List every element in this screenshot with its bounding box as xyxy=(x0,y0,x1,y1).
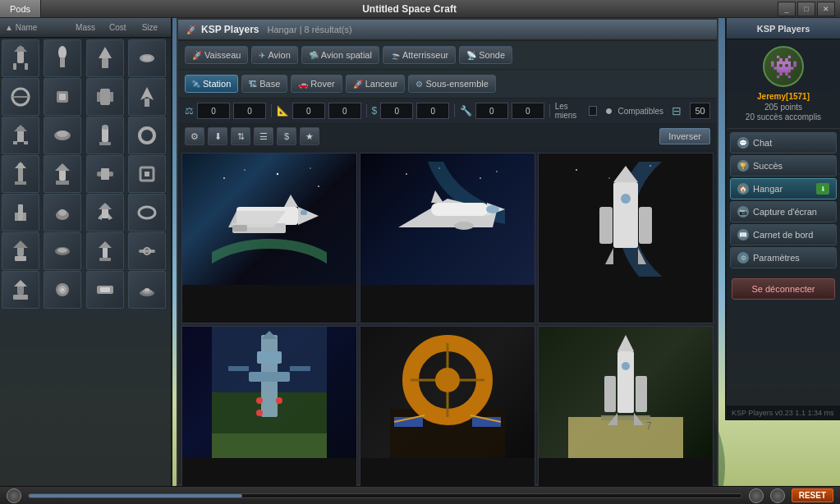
reset-button[interactable]: RESET xyxy=(792,488,833,502)
craft-card-6[interactable]: 7 xyxy=(538,326,714,497)
maximize-btn[interactable]: □ xyxy=(797,2,815,16)
part-cell[interactable] xyxy=(44,155,81,193)
cost-max-input[interactable] xyxy=(416,103,449,119)
part-cell[interactable] xyxy=(128,117,166,154)
part-cell[interactable] xyxy=(128,155,166,193)
col-name: ▲ Name xyxy=(5,23,69,32)
part-cell[interactable] xyxy=(44,39,81,77)
cat-btn-atterrisseur[interactable]: 🛬 Atterrisseur xyxy=(383,46,456,64)
svg-rect-100 xyxy=(599,207,613,244)
cat-btn-base[interactable]: 🏗 Base xyxy=(241,75,287,93)
cat-btn-avion[interactable]: ✈ Avion xyxy=(251,46,297,64)
craft-card-4[interactable] xyxy=(181,326,357,497)
part-cell[interactable] xyxy=(86,271,124,309)
part-cell[interactable] xyxy=(44,271,81,309)
part-cell[interactable] xyxy=(86,194,124,231)
mass-max-input[interactable] xyxy=(233,103,266,119)
menu-item-carnet[interactable]: 📖 Carnet de bord xyxy=(730,224,837,245)
tool-sort-btn[interactable]: ⇅ xyxy=(231,127,250,145)
part-cell[interactable] xyxy=(2,194,39,231)
svg-point-74 xyxy=(318,186,319,187)
part-cell[interactable] xyxy=(86,117,124,154)
cat-btn-station[interactable]: 🛰 Station xyxy=(185,75,238,93)
menu-item-capture[interactable]: 📷 Capture d'écran xyxy=(730,201,837,222)
craft-card-2[interactable] xyxy=(360,153,535,323)
cat-btn-sonde[interactable]: 📡 Sonde xyxy=(459,46,512,64)
cat-btn-vaisseau[interactable]: 🚀 Vaisseau xyxy=(185,46,248,64)
part-cell[interactable] xyxy=(2,271,39,309)
svg-rect-128 xyxy=(568,417,683,458)
cost-min-input[interactable] xyxy=(380,103,413,119)
part-cell[interactable] xyxy=(2,117,39,154)
sep4 xyxy=(549,104,550,117)
size-max-input[interactable] xyxy=(328,103,361,119)
menu-item-succes[interactable]: 🏆 Succès xyxy=(730,155,837,176)
minimize-btn[interactable]: _ xyxy=(778,2,796,16)
les-miens-checkbox[interactable] xyxy=(589,106,596,116)
part-cell[interactable] xyxy=(128,78,166,116)
disconnect-button[interactable]: Se déconnecter xyxy=(732,278,835,300)
svg-point-24 xyxy=(57,131,68,137)
size-min-input[interactable] xyxy=(292,103,325,119)
chat-icon: 💬 xyxy=(737,137,749,149)
tab-pods[interactable]: Pods xyxy=(0,0,41,17)
bottom-knob-2[interactable] xyxy=(749,488,764,503)
cat-btn-rover[interactable]: 🚗 Rover xyxy=(291,75,342,93)
bottom-knob-1[interactable] xyxy=(7,488,21,503)
bottom-slider[interactable] xyxy=(28,493,742,498)
cat-btn-sous-ensemble[interactable]: ⚙ Sous-ensemble xyxy=(408,75,495,93)
part-cell[interactable] xyxy=(128,271,166,309)
craft-card-5[interactable] xyxy=(360,326,535,497)
parts-min-input[interactable] xyxy=(475,103,508,119)
craft-card-3[interactable] xyxy=(538,153,714,323)
capture-icon: 📷 xyxy=(737,206,749,218)
part-cell[interactable] xyxy=(2,39,39,77)
part-cell[interactable] xyxy=(86,39,124,77)
part-cell[interactable] xyxy=(2,155,39,193)
close-btn[interactable]: ✕ xyxy=(817,2,835,16)
ksp-icon: 🚀 xyxy=(186,25,196,34)
tool-cost-btn[interactable]: $ xyxy=(277,127,296,145)
category-row-1: 🚀 Vaisseau ✈ Avion 🛸 Avion spatial 🛬 Att… xyxy=(178,41,717,70)
svg-rect-13 xyxy=(59,94,66,100)
tool-settings-btn[interactable]: ⚙ xyxy=(185,127,204,145)
tool-filter-btn[interactable]: ☰ xyxy=(254,127,273,145)
menu-item-hangar[interactable]: 🏠 Hangar ⬇ xyxy=(730,178,837,199)
svg-marker-20 xyxy=(14,125,27,131)
svg-rect-56 xyxy=(99,258,111,261)
craft-card-1[interactable] xyxy=(181,153,357,323)
svg-rect-5 xyxy=(60,57,65,67)
part-cell[interactable] xyxy=(128,194,166,231)
cat-btn-avion-spatial[interactable]: 🛸 Avion spatial xyxy=(301,46,379,64)
part-cell[interactable] xyxy=(128,232,166,270)
mass-min-input[interactable] xyxy=(197,103,230,119)
menu-item-parametres[interactable]: ⚙ Paramètres xyxy=(730,247,837,268)
svg-point-114 xyxy=(276,397,282,404)
part-cell[interactable] xyxy=(86,155,124,193)
svg-point-86 xyxy=(496,171,498,172)
cat-btn-lanceur[interactable]: 🚀 Lanceur xyxy=(346,75,406,93)
svg-rect-41 xyxy=(23,213,26,221)
tool-download-btn[interactable]: ⬇ xyxy=(208,127,227,145)
part-cell[interactable] xyxy=(128,39,166,77)
tool-star-btn[interactable]: ★ xyxy=(300,127,319,145)
craft-image-3 xyxy=(539,153,713,285)
part-cell[interactable] xyxy=(86,232,124,270)
parts-max-input[interactable] xyxy=(512,103,544,119)
menu-item-chat[interactable]: 💬 Chat xyxy=(730,132,837,153)
kerbal-avatar: 👾 xyxy=(769,53,798,80)
svg-point-95 xyxy=(608,177,610,179)
part-cell[interactable] xyxy=(44,117,81,154)
svg-rect-133 xyxy=(636,376,647,412)
part-cell[interactable] xyxy=(2,78,39,116)
part-cell[interactable] xyxy=(2,232,39,270)
invert-button[interactable]: Inverser xyxy=(659,128,710,144)
part-cell[interactable] xyxy=(44,232,81,270)
bottom-knob-3[interactable] xyxy=(770,488,785,503)
svg-rect-3 xyxy=(25,63,28,70)
part-cell[interactable] xyxy=(44,78,81,116)
svg-point-104 xyxy=(621,194,631,204)
part-cell[interactable] xyxy=(86,78,124,116)
svg-point-75 xyxy=(212,244,327,277)
part-cell[interactable] xyxy=(44,194,81,231)
